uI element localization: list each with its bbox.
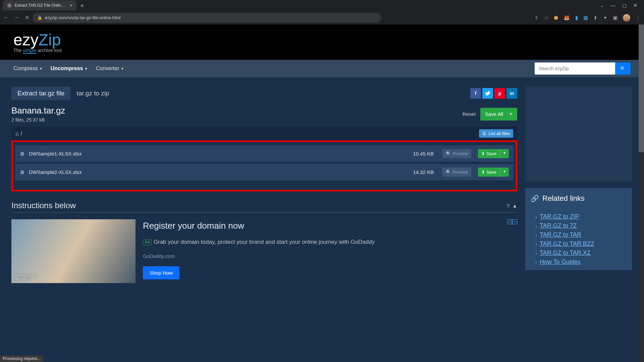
- file-name: DWSample1-XLSX.xlsx: [29, 151, 82, 156]
- ad-image[interactable]: Valentina Maitin MAITIN.ES: [11, 219, 136, 283]
- avatar[interactable]: [623, 14, 630, 21]
- preview-button[interactable]: 🔍Preview: [442, 149, 471, 158]
- browser-chrome: e Extract TAR.GZ File Online (No lim × ＋…: [0, 0, 644, 25]
- help-icon[interactable]: ?: [507, 203, 509, 209]
- list-item: ›How To Guides: [531, 258, 627, 267]
- chevron-right-icon: ›: [535, 259, 537, 265]
- chevron-right-icon: ›: [535, 250, 537, 256]
- ad-choices[interactable]: ⓘ✕: [507, 219, 517, 224]
- ad-block: Valentina Maitin MAITIN.ES Register your…: [11, 219, 517, 283]
- scrollbar[interactable]: [639, 25, 644, 362]
- nav-compress[interactable]: Compress▼: [13, 65, 43, 72]
- menu-icon[interactable]: ⋮: [636, 15, 641, 21]
- panel-icon[interactable]: ▣: [613, 15, 618, 21]
- extensions-icon[interactable]: ✦: [603, 15, 607, 21]
- minimize-icon[interactable]: —: [611, 3, 615, 8]
- shop-now-button[interactable]: Shop Now: [143, 266, 179, 279]
- save-button[interactable]: ⬇Save: [478, 168, 500, 177]
- instructions-header: Instructions below ? ▲: [11, 201, 517, 213]
- instructions-title: Instructions below: [11, 201, 76, 210]
- save-dropdown[interactable]: ▼: [500, 149, 509, 158]
- file-size: 14.32 KB: [413, 169, 434, 175]
- maximize-icon[interactable]: ▢: [622, 3, 627, 8]
- ad-text: AdGrab your domain today, protect your b…: [143, 238, 517, 246]
- breadcrumb-sep: /: [21, 131, 22, 137]
- reset-button[interactable]: Reset: [463, 111, 476, 117]
- nav-uncompress[interactable]: Uncompress▼: [51, 65, 88, 72]
- archive-name: Banana.tar.gz: [11, 105, 65, 116]
- list-item: ›TAR.GZ to ZIP: [531, 212, 627, 221]
- back-icon[interactable]: ←: [3, 14, 9, 21]
- chevron-down-icon[interactable]: ⌄: [600, 3, 604, 8]
- ext-icon-3[interactable]: ▮: [575, 15, 578, 21]
- site-header: ezyZip The simple archive tool: [0, 25, 644, 60]
- chevron-right-icon: ›: [535, 223, 537, 229]
- logo-tagline: The simple archive tool: [13, 48, 631, 53]
- ad-caption-2: MAITIN.ES: [14, 277, 38, 281]
- browser-tab[interactable]: e Extract TAR.GZ File Online (No lim ×: [3, 0, 76, 10]
- list-icon: ☰: [482, 131, 486, 136]
- close-tab-icon[interactable]: ×: [70, 3, 72, 8]
- window-controls: ⌄ — ▢ ✕: [600, 3, 641, 8]
- linkedin-button[interactable]: in: [506, 88, 517, 99]
- stop-icon[interactable]: ✕: [25, 14, 29, 21]
- related-link[interactable]: TAR.GZ to TAR.BZ2: [540, 240, 594, 247]
- save-all-button[interactable]: Save All▼: [480, 108, 517, 121]
- ext-icon-4[interactable]: ▦: [583, 15, 588, 21]
- address-bar: ← → ✕ 🔒 ezyzip.com/unzip-tar-gz-file-onl…: [0, 11, 644, 25]
- favicon-icon: e: [7, 3, 12, 8]
- twitter-button[interactable]: [482, 88, 493, 99]
- ad-source: GoDaddy.com: [143, 253, 517, 259]
- home-icon[interactable]: ⌂: [15, 131, 19, 137]
- download-icon[interactable]: ⬇: [593, 15, 598, 21]
- list-all-button[interactable]: ☰List all files: [479, 129, 513, 138]
- logo-part-2: Zip: [39, 31, 61, 49]
- share-icon[interactable]: ⇪: [534, 15, 539, 21]
- tab-title: Extract TAR.GZ File Online (No lim: [15, 3, 67, 8]
- save-dropdown[interactable]: ▼: [500, 168, 509, 177]
- star-icon[interactable]: ☆: [544, 15, 548, 21]
- new-tab-button[interactable]: ＋: [79, 1, 85, 9]
- file-name: DWSample2-XLSX.xlsx: [29, 169, 82, 175]
- lock-icon: 🔒: [37, 15, 42, 20]
- related-link[interactable]: TAR.GZ to 7Z: [540, 222, 577, 229]
- nav-converter[interactable]: Converter▼: [96, 65, 124, 72]
- caret-down-icon: ▼: [85, 67, 88, 71]
- related-link[interactable]: TAR.GZ to TAR.XZ: [540, 250, 591, 257]
- download-icon: ⬇: [481, 151, 485, 156]
- related-links-box: 🔗Related links ›TAR.GZ to ZIP ›TAR.GZ to…: [525, 188, 632, 270]
- url-field[interactable]: 🔒 ezyzip.com/unzip-tar-gz-file-online.ht…: [33, 13, 381, 23]
- ad-caption-1: Valentina Maitin: [14, 274, 38, 277]
- facebook-button[interactable]: f: [470, 88, 481, 99]
- tab-extract[interactable]: Extract tar.gz file: [11, 87, 70, 100]
- ext-icon-1[interactable]: ⬢: [554, 15, 558, 21]
- status-bar: Processing request...: [0, 355, 43, 362]
- breadcrumb: ⌂ / ☰List all files: [11, 127, 517, 140]
- scroll-thumb[interactable]: [639, 25, 644, 152]
- ext-icon-2[interactable]: 🦊: [564, 15, 570, 21]
- pinterest-button[interactable]: p: [494, 88, 505, 99]
- related-link[interactable]: TAR.GZ to ZIP: [540, 213, 579, 220]
- caret-down-icon: ▼: [39, 67, 43, 71]
- table-row: 🗎 DWSample2-XLSX.xlsx 14.32 KB 🔍Preview …: [15, 164, 514, 180]
- search-button[interactable]: 🔍: [615, 62, 631, 75]
- link-icon: 🔗: [531, 194, 539, 202]
- list-item: ›TAR.GZ to TAR.BZ2: [531, 239, 627, 248]
- search-input[interactable]: [535, 62, 615, 75]
- preview-button[interactable]: 🔍Preview: [442, 168, 471, 177]
- caret-down-icon: ▼: [121, 67, 124, 71]
- url-text: ezyzip.com/unzip-tar-gz-file-online.html: [45, 15, 120, 20]
- list-item: ›TAR.GZ to TAR.XZ: [531, 248, 627, 258]
- logo[interactable]: ezyZip: [13, 31, 631, 49]
- search-icon: 🔍: [446, 170, 451, 175]
- ad-title[interactable]: Register your domain now: [143, 221, 517, 231]
- forward-icon[interactable]: →: [14, 14, 19, 21]
- sidebar-ad[interactable]: [525, 87, 632, 181]
- related-link[interactable]: How To Guides: [540, 259, 581, 266]
- close-window-icon[interactable]: ✕: [633, 3, 637, 8]
- collapse-up-icon[interactable]: ▲: [512, 203, 517, 209]
- main-nav: Compress▼ Uncompress▼ Converter▼ 🔍: [0, 60, 644, 77]
- tab-to-zip[interactable]: tar.gz to zip: [70, 87, 115, 100]
- save-button[interactable]: ⬇Save: [478, 149, 500, 158]
- related-link[interactable]: TAR.GZ to TAR: [540, 231, 581, 238]
